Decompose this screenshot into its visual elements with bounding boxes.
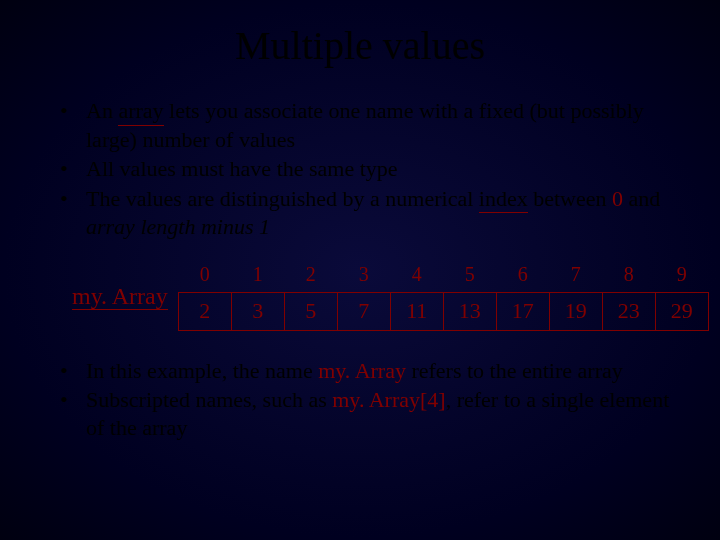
array-index-row: 0 1 2 3 4 5 6 7 8 9 bbox=[178, 263, 708, 293]
bullet-item: Subscripted names, such as my. Array[4],… bbox=[58, 386, 680, 441]
array-index: 9 bbox=[655, 263, 708, 293]
array-index: 8 bbox=[602, 263, 655, 293]
bullet-item: In this example, the name my. Array refe… bbox=[58, 357, 680, 385]
array-label: my. Array bbox=[72, 283, 168, 310]
bullet-underline: index bbox=[479, 185, 528, 214]
code-literal: 0 bbox=[612, 186, 623, 211]
array-index: 7 bbox=[549, 263, 602, 293]
bullet-item: The values are distinguished by a numeri… bbox=[58, 185, 680, 241]
bullet-text: In this example, the name bbox=[86, 358, 318, 383]
array-cell: 23 bbox=[602, 292, 655, 330]
bottom-bullets: In this example, the name my. Array refe… bbox=[58, 357, 680, 442]
bullet-text: lets you associate one name with a fixed… bbox=[86, 98, 644, 152]
array-cell: 13 bbox=[443, 292, 496, 330]
bullet-text: All values must have the same type bbox=[86, 156, 398, 181]
bullet-text: and bbox=[623, 186, 660, 211]
array-cell: 29 bbox=[655, 292, 708, 330]
array-index: 5 bbox=[443, 263, 496, 293]
array-index: 3 bbox=[337, 263, 390, 293]
code-literal: my. Array[4] bbox=[332, 387, 445, 412]
array-diagram: my. Array 0 1 2 3 4 5 6 7 8 9 2 3 5 7 11… bbox=[0, 263, 720, 331]
bullet-text: The values are distinguished by a numeri… bbox=[86, 186, 479, 211]
top-bullets: An array lets you associate one name wit… bbox=[58, 97, 680, 241]
array-index: 1 bbox=[231, 263, 284, 293]
array-index: 0 bbox=[178, 263, 231, 293]
array-index: 2 bbox=[284, 263, 337, 293]
array-table: 0 1 2 3 4 5 6 7 8 9 2 3 5 7 11 13 17 19 … bbox=[178, 263, 709, 331]
array-cell: 2 bbox=[178, 292, 231, 330]
bullet-item: An array lets you associate one name wit… bbox=[58, 97, 680, 153]
array-cell: 19 bbox=[549, 292, 602, 330]
bullet-text: refers to the entire array bbox=[406, 358, 623, 383]
array-cell: 11 bbox=[390, 292, 443, 330]
array-cell: 3 bbox=[231, 292, 284, 330]
bullet-text: Subscripted names, such as bbox=[86, 387, 332, 412]
bullet-text: An bbox=[86, 98, 118, 123]
array-value-row: 2 3 5 7 11 13 17 19 23 29 bbox=[178, 292, 708, 330]
slide-title: Multiple values bbox=[0, 22, 720, 69]
array-cell: 7 bbox=[337, 292, 390, 330]
array-index: 6 bbox=[496, 263, 549, 293]
array-index: 4 bbox=[390, 263, 443, 293]
bullet-text: between bbox=[528, 186, 612, 211]
bullet-item: All values must have the same type bbox=[58, 155, 680, 183]
code-literal: my. Array bbox=[318, 358, 406, 383]
array-cell: 17 bbox=[496, 292, 549, 330]
bullet-underline: array bbox=[118, 97, 163, 126]
array-cell: 5 bbox=[284, 292, 337, 330]
bullet-italic: array length minus 1 bbox=[86, 214, 270, 239]
